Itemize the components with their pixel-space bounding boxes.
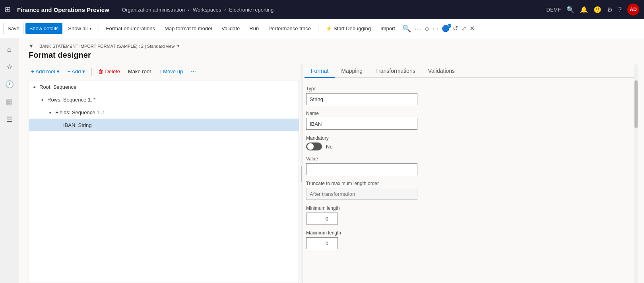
- tree-node-root-label: Root: Sequence: [39, 84, 76, 90]
- show-all-button[interactable]: Show all ▾: [64, 23, 95, 34]
- name-label: Name: [306, 111, 627, 116]
- grid-icon[interactable]: ⊞: [5, 5, 11, 14]
- make-root-button[interactable]: Make root: [126, 67, 153, 76]
- plus-icon: +: [31, 68, 34, 74]
- tree-toolbar-sep: [91, 68, 92, 76]
- format-enumerations-button[interactable]: Format enumerations: [102, 23, 159, 34]
- scrollbar-thumb: [634, 80, 638, 128]
- avatar[interactable]: AD: [627, 4, 639, 16]
- delete-button[interactable]: 🗑 Delete: [96, 67, 122, 76]
- right-scrollbar[interactable]: [634, 64, 638, 283]
- save-button[interactable]: Save: [3, 23, 24, 34]
- tab-validations[interactable]: Validations: [422, 64, 461, 78]
- max-length-label: Maximum length: [306, 230, 627, 236]
- nav-recent-icon[interactable]: 🕐: [2, 76, 17, 92]
- min-length-input[interactable]: [306, 213, 338, 224]
- sidebar-nav: ⌂ ☆ 🕐 ▦ ☰: [0, 38, 19, 283]
- breadcrumb-workspaces[interactable]: Workspaces: [193, 7, 221, 13]
- tree-container[interactable]: ◄ Root: Sequence ◄ Rows: Sequence 1..* ◄…: [29, 80, 299, 283]
- breadcrumb-er[interactable]: Electronic reporting: [229, 7, 274, 13]
- value-label: Value: [306, 156, 627, 162]
- layout-icon[interactable]: ▭: [433, 25, 438, 32]
- env-label: DEMF: [546, 7, 561, 13]
- search-icon[interactable]: 🔍: [566, 6, 574, 14]
- tab-format[interactable]: Format: [305, 64, 335, 78]
- add-root-chevron-icon: ▾: [57, 68, 60, 74]
- validate-button[interactable]: Validate: [217, 23, 244, 34]
- refresh-icon[interactable]: ↺: [453, 25, 458, 32]
- toggle-fields-icon: ◄: [48, 110, 54, 115]
- bell-icon[interactable]: 🔔: [580, 6, 588, 14]
- toolbar-separator-1: [99, 24, 99, 33]
- max-length-input[interactable]: [306, 237, 338, 249]
- main-content: ▼ BANK STATEMENT IMPORT FORMAT (SAMPLE) …: [19, 38, 644, 283]
- diamond-icon[interactable]: ◇: [425, 25, 429, 32]
- tree-node-rows-label: Rows: Sequence 1..*: [47, 97, 95, 103]
- tree-node-rows[interactable]: ◄ Rows: Sequence 1..*: [29, 93, 299, 106]
- tree-node-iban-label: IBAN: String: [63, 122, 92, 128]
- filter-icon[interactable]: ▼: [29, 43, 34, 49]
- tree-node-fields-label: Fields: Sequence 1..1: [55, 109, 105, 115]
- start-debugging-button[interactable]: ⚡ Start Debugging: [322, 23, 375, 34]
- show-details-button[interactable]: Show details: [25, 23, 63, 34]
- name-group: Name: [306, 111, 627, 130]
- tree-node-iban[interactable]: IBAN: String: [29, 119, 299, 131]
- nav-home-icon[interactable]: ⌂: [2, 41, 17, 57]
- breadcrumb-org[interactable]: Organization administration: [122, 7, 185, 13]
- toggle-rows-icon: ◄: [40, 98, 46, 102]
- gear-icon[interactable]: ⚙: [607, 6, 613, 14]
- import-button[interactable]: Import: [376, 23, 399, 34]
- more-tree-button[interactable]: ⋯: [188, 67, 198, 76]
- move-up-icon: ↑: [159, 68, 162, 74]
- nav-list-icon[interactable]: ☰: [2, 111, 17, 127]
- divider-handle: [301, 166, 302, 182]
- close-icon[interactable]: ✕: [469, 25, 475, 32]
- show-all-chevron-icon: ▾: [89, 26, 91, 31]
- run-button[interactable]: Run: [245, 23, 263, 34]
- expand-icon[interactable]: ⤢: [461, 25, 466, 32]
- mandatory-row: No: [306, 142, 627, 150]
- topbar: ⊞ Finance and Operations Preview Organiz…: [0, 0, 644, 19]
- map-format-to-model-button[interactable]: Map format to model: [161, 23, 216, 34]
- add-chevron-icon: ▾: [82, 68, 85, 74]
- tree-node-fields[interactable]: ◄ Fields: Sequence 1..1: [29, 106, 299, 119]
- add-root-button[interactable]: + Add root ▾: [29, 67, 62, 76]
- tabs: Format Mapping Transformations Validatio…: [305, 64, 634, 78]
- type-group: Type: [306, 86, 627, 105]
- tree-node-root[interactable]: ◄ Root: Sequence: [29, 80, 299, 93]
- toggle-iban-icon: [56, 123, 62, 127]
- max-length-group: Maximum length: [306, 230, 627, 249]
- value-input[interactable]: [306, 163, 417, 175]
- mandatory-toggle[interactable]: [306, 142, 322, 150]
- app-layout: ⌂ ☆ 🕐 ▦ ☰ ▼ BANK STATEMENT IMPORT FORMAT…: [0, 38, 644, 283]
- toolbar: Save Show details Show all ▾ Format enum…: [0, 19, 644, 38]
- badge-icon[interactable]: 🔵0: [442, 25, 450, 32]
- performance-trace-button[interactable]: Performance trace: [264, 23, 315, 34]
- tree-toolbar: + Add root ▾ + Add ▾ 🗑 Delete Make root: [29, 64, 299, 78]
- breadcrumb-chevron-icon[interactable]: ▾: [177, 44, 179, 48]
- app-title: Finance and Operations Preview: [17, 6, 109, 13]
- topbar-right: DEMF 🔍 🔔 🙂 ⚙ ? AD: [546, 4, 639, 16]
- move-up-button[interactable]: ↑ Move up: [157, 67, 185, 76]
- tab-mapping[interactable]: Mapping: [335, 64, 369, 78]
- designer-area: + Add root ▾ + Add ▾ 🗑 Delete Make root: [19, 64, 644, 283]
- breadcrumb-sep-1: ›: [188, 7, 190, 12]
- tab-transformations[interactable]: Transformations: [369, 64, 422, 78]
- truncate-input[interactable]: [306, 188, 417, 200]
- nav-workspace-icon[interactable]: ▦: [2, 94, 17, 110]
- nav-star-icon[interactable]: ☆: [2, 59, 17, 75]
- more-toolbar-icon[interactable]: ⋯: [414, 24, 421, 33]
- smiley-icon[interactable]: 🙂: [594, 6, 601, 14]
- panel-divider[interactable]: [301, 64, 303, 283]
- search-toolbar-icon[interactable]: 🔍: [402, 24, 411, 33]
- type-input[interactable]: [306, 93, 417, 105]
- name-input[interactable]: [306, 118, 417, 130]
- add-button[interactable]: + Add ▾: [65, 67, 88, 76]
- min-length-group: Minimum length: [306, 205, 627, 224]
- page-header: ▼ BANK STATEMENT IMPORT FORMAT (SAMPLE) …: [19, 38, 644, 64]
- help-icon[interactable]: ?: [618, 6, 622, 13]
- truncate-group: Truncate to maximum length order: [306, 181, 627, 200]
- value-group: Value: [306, 156, 627, 175]
- delete-icon: 🗑: [98, 68, 103, 74]
- breadcrumb-line: ▼ BANK STATEMENT IMPORT FORMAT (SAMPLE) …: [29, 43, 634, 49]
